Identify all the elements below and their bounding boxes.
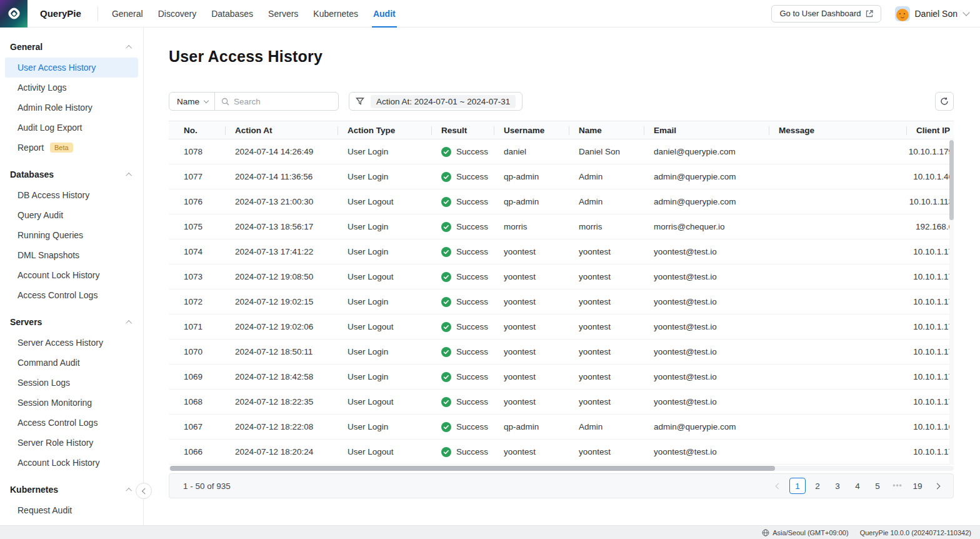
vertical-scrollbar[interactable] bbox=[949, 140, 954, 465]
top-nav-tab-discovery[interactable]: Discovery bbox=[151, 0, 204, 28]
cell-message bbox=[769, 139, 906, 164]
cell-no: 1077 bbox=[169, 164, 225, 189]
table-row[interactable]: 1071 2024-07-12 19:02:06 User Logout Suc… bbox=[169, 315, 954, 340]
vertical-scrollbar-thumb[interactable] bbox=[949, 140, 954, 220]
table-row[interactable]: 1077 2024-07-14 11:36:56 User Login Succ… bbox=[169, 164, 954, 189]
result-label: Success bbox=[456, 197, 488, 206]
top-nav-tab-servers[interactable]: Servers bbox=[261, 0, 306, 28]
sidebar-item-command-audit[interactable]: Command Audit bbox=[5, 353, 138, 373]
sidebar: General User Access History Activity Log… bbox=[0, 28, 144, 525]
cell-name: yoontest bbox=[569, 390, 644, 414]
sidebar-section-header[interactable]: General bbox=[0, 36, 143, 58]
success-check-icon bbox=[441, 297, 451, 307]
cell-action-type: User Logout bbox=[338, 189, 431, 214]
sidebar-item-session-logs[interactable]: Session Logs bbox=[5, 373, 138, 393]
brand-name: QueryPie bbox=[40, 8, 81, 19]
sidebar-item-report[interactable]: Report Beta bbox=[5, 138, 138, 158]
cell-name: yoontest bbox=[569, 365, 644, 389]
success-check-icon bbox=[441, 172, 451, 182]
result-label: Success bbox=[456, 322, 488, 331]
page-number-2[interactable]: 2 bbox=[809, 478, 826, 494]
page-number-19[interactable]: 19 bbox=[909, 478, 926, 494]
top-nav-tab-databases[interactable]: Databases bbox=[204, 0, 261, 28]
date-filter[interactable]: Action At: 2024-07-01 ~ 2024-07-31 bbox=[349, 92, 522, 111]
sidebar-item-account-lock-history[interactable]: Account Lock History bbox=[5, 453, 138, 473]
table-row[interactable]: 1070 2024-07-12 18:50:11 User Login Succ… bbox=[169, 340, 954, 365]
table-row[interactable]: 1068 2024-07-12 18:22:35 User Logout Suc… bbox=[169, 390, 954, 415]
cell-email: yoontest@test.io bbox=[644, 264, 769, 289]
sidebar-item-access-control-logs[interactable]: Access Control Logs bbox=[5, 285, 138, 305]
cell-client-ip: 10.10.1.179 bbox=[906, 139, 954, 164]
external-link-icon bbox=[866, 10, 873, 18]
cell-client-ip: 10.10.1.17 bbox=[906, 239, 954, 264]
sidebar-item-query-audit[interactable]: Query Audit bbox=[5, 205, 138, 225]
sidebar-item-db-access-history[interactable]: DB Access History bbox=[5, 185, 138, 205]
sidebar-item-activity-logs[interactable]: Activity Logs bbox=[5, 78, 138, 98]
previous-page-button[interactable] bbox=[771, 478, 786, 494]
cell-username: yoontest bbox=[494, 440, 569, 464]
next-page-button[interactable] bbox=[929, 478, 944, 494]
sidebar-section: Kubernetes Request Audit bbox=[0, 479, 143, 520]
search-input[interactable] bbox=[234, 97, 332, 106]
user-menu-chevron-down-icon[interactable] bbox=[962, 9, 969, 16]
horizontal-scrollbar[interactable] bbox=[169, 466, 954, 471]
table-row[interactable]: 1066 2024-07-12 18:20:24 User Logout Suc… bbox=[169, 440, 954, 465]
user-avatar[interactable] bbox=[895, 6, 910, 21]
page-number-3[interactable]: 3 bbox=[829, 478, 846, 494]
cell-result: Success bbox=[431, 415, 494, 439]
page-number-5[interactable]: 5 bbox=[869, 478, 886, 494]
table-row[interactable]: 1074 2024-07-13 17:41:22 User Login Succ… bbox=[169, 239, 954, 264]
sidebar-collapse-button[interactable] bbox=[136, 483, 152, 499]
sidebar-item-session-monitoring[interactable]: Session Monitoring bbox=[5, 393, 138, 413]
sidebar-item-access-control-logs[interactable]: Access Control Logs bbox=[5, 413, 138, 433]
table-row[interactable]: 1075 2024-07-13 18:56:17 User Login Succ… bbox=[169, 214, 954, 239]
timezone-label: Asia/Seoul (GMT+09:00) bbox=[772, 529, 848, 536]
sidebar-item-server-access-history[interactable]: Server Access History bbox=[5, 333, 138, 353]
sidebar-item-user-access-history[interactable]: User Access History bbox=[5, 58, 138, 78]
success-check-icon bbox=[441, 247, 451, 257]
column-header-client-ip: Client IP bbox=[906, 121, 954, 139]
page-number-1[interactable]: 1 bbox=[789, 478, 806, 494]
top-nav-tab-general[interactable]: General bbox=[104, 0, 151, 28]
table-row[interactable]: 1076 2024-07-13 21:00:30 User Logout Suc… bbox=[169, 189, 954, 214]
result-label: Success bbox=[456, 247, 488, 256]
top-nav-tab-kubernetes[interactable]: Kubernetes bbox=[306, 0, 366, 28]
success-check-icon bbox=[441, 447, 451, 457]
refresh-button[interactable] bbox=[935, 92, 954, 111]
top-nav-tab-audit[interactable]: Audit bbox=[366, 0, 403, 28]
table-row[interactable]: 1073 2024-07-12 19:08:50 User Logout Suc… bbox=[169, 264, 954, 290]
cell-client-ip: 10.10.1.113 bbox=[906, 189, 954, 214]
result-label: Success bbox=[456, 347, 488, 356]
column-header-name: Name bbox=[569, 121, 644, 139]
chevron-up-icon bbox=[126, 172, 132, 178]
sidebar-item-dml-snapshots[interactable]: DML Snapshots bbox=[5, 245, 138, 265]
search-field-dropdown[interactable]: Name bbox=[169, 93, 215, 110]
sidebar-section-header[interactable]: Kubernetes bbox=[0, 479, 143, 500]
table-row[interactable]: 1072 2024-07-12 19:02:15 User Login Succ… bbox=[169, 290, 954, 315]
sidebar-item-server-role-history[interactable]: Server Role History bbox=[5, 433, 138, 453]
sidebar-item-request-audit[interactable]: Request Audit bbox=[5, 500, 138, 520]
cell-result: Success bbox=[431, 239, 494, 264]
horizontal-scrollbar-thumb[interactable] bbox=[170, 466, 775, 471]
sidebar-item-running-queries[interactable]: Running Queries bbox=[5, 225, 138, 245]
cell-name: Admin bbox=[569, 189, 644, 214]
sidebar-item-audit-log-export[interactable]: Audit Log Export bbox=[5, 118, 138, 138]
cell-message bbox=[769, 239, 906, 264]
column-header-email: Email bbox=[644, 121, 769, 139]
go-to-user-dashboard-button[interactable]: Go to User Dashboard bbox=[771, 5, 881, 23]
filter-toolbar: Name Action At: 2024-07-01 ~ 2024-07-31 bbox=[169, 92, 954, 111]
table-row[interactable]: 1069 2024-07-12 18:42:58 User Login Succ… bbox=[169, 365, 954, 390]
page-number-4[interactable]: 4 bbox=[849, 478, 866, 494]
cell-action-type: User Login bbox=[338, 365, 431, 389]
sidebar-section-header[interactable]: Databases bbox=[0, 164, 143, 185]
date-filter-chip[interactable]: Action At: 2024-07-01 ~ 2024-07-31 bbox=[371, 95, 516, 108]
sidebar-item-admin-role-history[interactable]: Admin Role History bbox=[5, 98, 138, 118]
querypie-logo-icon[interactable] bbox=[0, 0, 28, 28]
result-label: Success bbox=[456, 272, 488, 281]
sidebar-item-account-lock-history[interactable]: Account Lock History bbox=[5, 265, 138, 285]
table-row[interactable]: 1067 2024-07-12 18:22:08 User Login Succ… bbox=[169, 415, 954, 440]
cell-email: admin@querypie.com bbox=[644, 164, 769, 189]
table-row[interactable]: 1078 2024-07-14 14:26:49 User Login Succ… bbox=[169, 139, 954, 164]
page-ellipsis[interactable]: ••• bbox=[889, 478, 906, 494]
sidebar-section-header[interactable]: Servers bbox=[0, 311, 143, 333]
